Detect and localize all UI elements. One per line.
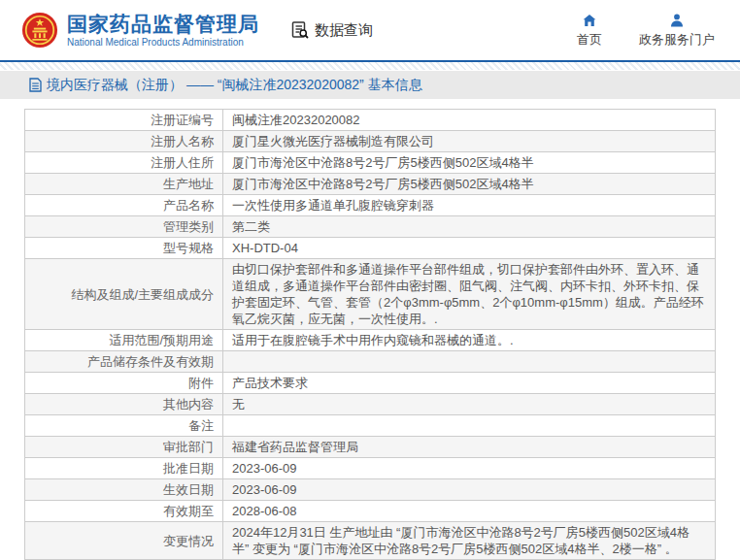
row-label: 管理类别	[25, 216, 223, 238]
header: 国家药品监督管理局 National Medical Products Admi…	[0, 0, 740, 60]
row-value: 2028-06-08	[223, 501, 716, 522]
nav-gov-portal[interactable]: 政务服务门户	[639, 13, 715, 49]
data-query-label: 数据查询	[315, 21, 373, 40]
row-value: 2023-06-09	[223, 458, 716, 479]
national-emblem-icon	[21, 12, 58, 49]
table-row: 备注	[25, 415, 716, 437]
home-icon	[582, 13, 597, 28]
table-row: 结构及组成/主要组成成分由切口保护套部件和多通道操作平台部件组成，切口保护套部件…	[25, 259, 716, 330]
nav-home[interactable]: 首页	[577, 13, 602, 49]
row-label: 生效日期	[25, 479, 223, 501]
document-icon	[29, 78, 42, 92]
row-value: 闽械注准20232020082	[223, 110, 716, 131]
row-value: 福建省药品监督管理局	[223, 437, 716, 458]
nav-gov-portal-label: 政务服务门户	[639, 31, 715, 49]
table-row: 其他内容无	[25, 394, 716, 415]
table-row: 产品储存条件及有效期	[25, 351, 716, 373]
info-table-body: 注册证编号闽械注准20232020082注册人名称厦门星火微光医疗器械制造有限公…	[25, 110, 716, 560]
row-value: 厦门市海沧区中沧路8号2号厂房5楼西侧502区域4格半	[223, 174, 716, 195]
row-label: 批准日期	[25, 458, 223, 479]
row-label: 结构及组成/主要组成成分	[25, 259, 223, 330]
row-label: 注册证编号	[25, 110, 223, 131]
table-row: 注册人住所厦门市海沧区中沧路8号2号厂房5楼西侧502区域4格半	[25, 152, 716, 174]
row-value: 厦门星火微光医疗器械制造有限公司	[223, 131, 716, 152]
row-value	[223, 415, 716, 437]
user-icon	[669, 13, 685, 28]
row-label: 产品储存条件及有效期	[25, 351, 223, 373]
table-row: 注册证编号闽械注准20232020082	[25, 110, 716, 131]
table-row: 管理类别第二类	[25, 216, 716, 238]
table-row: 注册人名称厦门星火微光医疗器械制造有限公司	[25, 131, 716, 152]
nav-home-label: 首页	[577, 31, 602, 49]
row-value: 无	[223, 394, 716, 415]
row-label: 其他内容	[25, 394, 223, 415]
row-label: 适用范围/预期用途	[25, 330, 223, 351]
table-row: 变更情况2024年12月31日 生产地址由 “厦门市海沧区中沧路8号2号厂房5楼…	[25, 522, 716, 560]
row-value	[223, 351, 716, 373]
info-table: 注册证编号闽械注准20232020082注册人名称厦门星火微光医疗器械制造有限公…	[24, 109, 716, 560]
table-row: 有效期至2028-06-08	[25, 501, 716, 522]
row-value: 一次性使用多通道单孔腹腔镜穿刺器	[223, 195, 716, 216]
site-title-block: 国家药品监督管理局 National Medical Products Admi…	[67, 13, 259, 48]
data-query-icon	[290, 20, 310, 40]
table-row: 产品名称一次性使用多通道单孔腹腔镜穿刺器	[25, 195, 716, 216]
row-label: 审批部门	[25, 437, 223, 458]
page: 国家药品监督管理局 National Medical Products Admi…	[0, 0, 740, 560]
row-label: 产品名称	[25, 195, 223, 216]
table-row: 批准日期2023-06-09	[25, 458, 716, 479]
site-title: 国家药品监督管理局	[67, 13, 259, 35]
row-label: 生产地址	[25, 174, 223, 195]
row-label: 变更情况	[25, 522, 223, 560]
row-label: 注册人名称	[25, 131, 223, 152]
header-nav: 首页 政务服务门户	[577, 13, 715, 49]
row-value: 2024年12月31日 生产地址由 “厦门市海沧区中沧路8号2号厂房5楼西侧50…	[223, 522, 716, 560]
row-label: 附件	[25, 373, 223, 394]
table-row: 生效日期2023-06-09	[25, 479, 716, 501]
breadcrumb: 境内医疗器械（注册） —— “闽械注准20232020082” 基本信息	[0, 71, 740, 99]
row-value: 厦门市海沧区中沧路8号2号厂房5楼西侧502区域4格半	[223, 152, 716, 174]
row-value: XH-DTD-04	[223, 238, 716, 259]
table-row: 生产地址厦门市海沧区中沧路8号2号厂房5楼西侧502区域4格半	[25, 174, 716, 195]
info-table-wrap: 注册证编号闽械注准20232020082注册人名称厦门星火微光医疗器械制造有限公…	[0, 99, 740, 560]
row-label: 型号规格	[25, 238, 223, 259]
row-label: 有效期至	[25, 501, 223, 522]
row-label: 备注	[25, 415, 223, 437]
table-row: 适用范围/预期用途适用于在腹腔镜手术中用作内窥镜和器械的通道。.	[25, 330, 716, 351]
table-row: 审批部门福建省药品监督管理局	[25, 437, 716, 458]
row-value: 由切口保护套部件和多通道操作平台部件组成，切口保护套部件由外环、置入环、通道组成…	[223, 259, 716, 330]
table-row: 附件产品技术要求	[25, 373, 716, 394]
breadcrumb-text: 境内医疗器械（注册） —— “闽械注准20232020082” 基本信息	[47, 77, 422, 94]
hatch-strip	[0, 62, 740, 70]
table-row: 型号规格XH-DTD-04	[25, 238, 716, 259]
row-value: 第二类	[223, 216, 716, 238]
row-value: 2023-06-09	[223, 479, 716, 501]
row-value: 适用于在腹腔镜手术中用作内窥镜和器械的通道。.	[223, 330, 716, 351]
row-label: 注册人住所	[25, 152, 223, 174]
row-value: 产品技术要求	[223, 373, 716, 394]
data-query-button[interactable]: 数据查询	[290, 20, 373, 40]
site-subtitle: National Medical Products Administration	[67, 37, 259, 48]
